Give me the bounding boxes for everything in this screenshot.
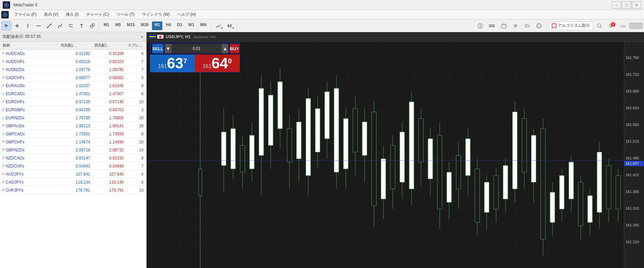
quantity-input[interactable]	[171, 44, 222, 53]
vertical-line-tool-button[interactable]	[23, 21, 33, 30]
quote-symbol: ↗ AUDNZDs	[1, 67, 59, 72]
quote-row[interactable]: ↗ EURGBPs 0.84700 0.84703 3	[0, 106, 146, 114]
menu-chart[interactable]: チャート (C)	[83, 11, 112, 18]
sell-price-panel[interactable]: 161 63 7	[150, 55, 195, 72]
quote-row[interactable]: ↗ EURCHFs 0.97135 0.97145 10	[0, 98, 146, 106]
algo-trading-button[interactable]: アルゴリズム取引	[549, 21, 593, 30]
shapes-tool-button[interactable]	[87, 21, 97, 30]
quote-row[interactable]: ↗ NZDCHFs 0.54942 0.54949 7	[0, 162, 146, 170]
notifications-button[interactable]: 1	[606, 21, 616, 30]
price-label-8: 161.360	[626, 190, 639, 194]
chart-type-line-button[interactable]	[213, 21, 224, 30]
sell-button[interactable]: SELL	[152, 44, 163, 53]
menu-help[interactable]: ヘルプ (H)	[174, 11, 199, 18]
menu-window[interactable]: ウインドウ (W)	[139, 11, 173, 18]
maximize-button[interactable]: □	[622, 1, 631, 9]
quote-row[interactable]: ↗ AUDNZDs 1.09778 1.09785 7	[0, 66, 146, 74]
price-label-0: 161.760	[626, 56, 639, 60]
polyline-tool-button[interactable]	[55, 21, 65, 30]
svg-rect-63	[240, 145, 245, 172]
level-button[interactable]: LVL	[618, 21, 628, 30]
chart-type-candle-button[interactable]	[224, 21, 235, 30]
timeframe-m15[interactable]: M15	[124, 21, 137, 30]
timeframe-m5[interactable]: M5	[113, 21, 124, 30]
vps-button[interactable]	[534, 21, 544, 30]
svg-rect-99	[409, 102, 414, 189]
timeframe-d1[interactable]: D1	[174, 21, 185, 30]
timeframe-m30[interactable]: M30	[138, 21, 151, 30]
chart-canvas[interactable]	[147, 42, 624, 268]
quote-row[interactable]: ↗ CADJPYs 118.134 118.140 6	[0, 178, 146, 186]
quote-row[interactable]: ↗ GBPNZDs 2.08718 2.08732 14	[0, 146, 146, 154]
search-button[interactable]	[594, 21, 605, 30]
quantity-increase-button[interactable]: ▲	[222, 44, 228, 53]
market-button[interactable]	[498, 21, 509, 30]
close-button[interactable]: ×	[632, 1, 641, 9]
quote-spread: 6	[126, 51, 145, 56]
timeframe-m1[interactable]: M1	[101, 21, 112, 30]
text-tool-button[interactable]: T	[76, 21, 87, 30]
quote-row[interactable]: ↘ EURNZDs 1.76785 1.76805 20	[0, 114, 146, 122]
quote-row[interactable]: ↗ EURAUDs 1.61037 1.61045 8	[0, 82, 146, 90]
quote-row[interactable]: ↗ AUDCHFs 0.60316 0.60323 7	[0, 58, 146, 66]
level-bar	[629, 23, 643, 29]
buy-price-panel[interactable]: 161 64 0	[195, 55, 239, 72]
quote-spread: 20	[126, 140, 145, 144]
chart-pair-name: USDJPY, H1	[166, 34, 191, 39]
signals-button[interactable]	[510, 21, 521, 30]
quote-row[interactable]: ↗ GBPAUDs 1.90113 1.90141 28	[0, 122, 146, 130]
quote-buy-price: 1.09785	[93, 67, 126, 72]
menu-file[interactable]: ファイル (F)	[11, 11, 40, 18]
quote-buy-price: 0.60323	[93, 59, 126, 64]
quote-sell-price: 1.14674	[59, 140, 93, 144]
ide-button[interactable]: IDE	[487, 21, 497, 30]
quote-symbol: ↗ CADJPYs	[1, 180, 59, 185]
buy-button[interactable]: BUY	[230, 44, 239, 53]
timeframe-w1[interactable]: W1	[185, 21, 197, 30]
quote-spread: 6	[126, 180, 145, 185]
quote-buy-price: 118.140	[93, 180, 126, 185]
svg-line-28	[600, 27, 602, 28]
buy-price-prefix: 161	[203, 63, 212, 69]
chart-price-axis: 161.760 161.710 161.660 161.610 161.560 …	[624, 42, 644, 268]
quote-sell-price: 118.134	[59, 180, 93, 185]
title-bar: MetaTrader 5 − □ ×	[0, 0, 644, 10]
timeframe-h4[interactable]: H4	[163, 21, 173, 30]
quote-sell-price: 0.91282	[59, 51, 93, 56]
quote-sell-price: 1.90113	[59, 124, 93, 128]
minimize-button[interactable]: −	[612, 1, 621, 9]
chart-pair-flags	[149, 35, 164, 39]
svg-rect-115	[484, 182, 489, 212]
trend-line-tool-button[interactable]	[44, 21, 54, 30]
quote-row[interactable]: ↘ GBPCADs 1.73551 1.73559 8	[0, 130, 146, 138]
quote-row[interactable]: ↗ CADCHFs 0.66077 0.66082 5	[0, 74, 146, 82]
quote-row[interactable]: ↗ GBPCHFs 1.14674 1.14694 20	[0, 138, 146, 146]
quote-row[interactable]: ↘ EURCADs 1.47001 1.47007 6	[0, 90, 146, 98]
channels-tool-button[interactable]	[66, 21, 76, 30]
quote-row[interactable]: ↗ NZDCADs 0.83147 0.83155 8	[0, 154, 146, 162]
quote-buy-price: 0.84703	[93, 108, 126, 112]
quote-row[interactable]: ↗ AUDCADs 0.91282 0.91288 6	[0, 50, 146, 58]
quotes-close-button[interactable]: ×	[141, 35, 144, 39]
direction-icon: ↗	[1, 124, 4, 128]
menu-insert[interactable]: 挿入 (I)	[62, 11, 82, 18]
menu-bar: ファイル (F) 表示 (V) 挿入 (I) チャート (C) ツール (T) …	[0, 10, 644, 19]
timeframe-mn[interactable]: MN	[198, 21, 209, 30]
cursor-tool-button[interactable]	[1, 21, 11, 30]
cloud-button[interactable]	[522, 21, 533, 30]
quote-symbol: ↗ GBPCHFs	[1, 140, 59, 144]
horizontal-line-tool-button[interactable]	[34, 21, 44, 30]
svg-rect-83	[334, 88, 339, 172]
chart-area: USDJPY, H1 Japanese Yen	[147, 32, 644, 268]
quote-buy-price: 0.66082	[93, 75, 126, 80]
quote-row[interactable]: ↗ AUDJPYs 107.841 107.845 4	[0, 170, 146, 178]
quantity-decrease-button[interactable]: ▼	[165, 44, 171, 53]
quote-row[interactable]: ↗ CHFJPYs 178.781 178.791 10	[0, 186, 146, 194]
quantity-container: ▼ ▲	[165, 44, 228, 53]
menu-tools[interactable]: ツール (T)	[113, 11, 138, 18]
currency-button[interactable]: $	[475, 21, 486, 30]
col-spread: スプレ...	[126, 42, 145, 49]
crosshair-tool-button[interactable]	[12, 21, 22, 30]
timeframe-h1[interactable]: H1	[152, 21, 162, 30]
menu-view[interactable]: 表示 (V)	[41, 11, 62, 18]
